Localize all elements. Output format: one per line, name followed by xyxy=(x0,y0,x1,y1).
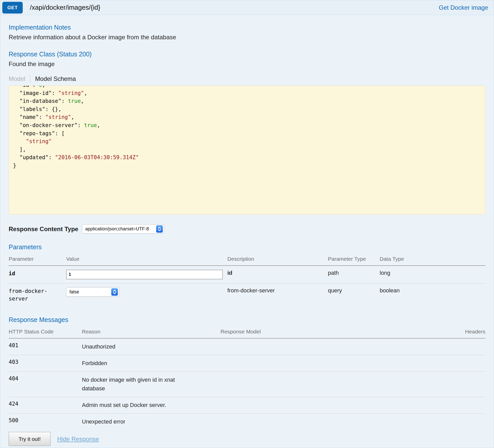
col-headers: Headers xyxy=(447,326,485,338)
response-content-type-value: application/json;charset=UTF-8 xyxy=(85,226,156,232)
schema-code-line: "labels": {}, xyxy=(13,105,481,114)
parameter-description: from-docker-server xyxy=(227,283,328,307)
headers xyxy=(447,338,485,355)
tab-model[interactable]: Model xyxy=(9,75,30,82)
schema-code: "id": 0, "image-id": "string", "in-datab… xyxy=(13,85,481,170)
response-messages-heading: Response Messages xyxy=(9,316,485,323)
reason: Unexpected error xyxy=(82,414,220,430)
implementation-notes-heading: Implementation Notes xyxy=(9,24,485,31)
operation-nickname-link[interactable]: Get Docker image xyxy=(439,4,488,11)
response-rows: 401Unauthorized403Forbidden404No docker … xyxy=(9,338,485,430)
response-message-row: 424Admin must set up Docker server. xyxy=(9,397,485,414)
tab-model-schema[interactable]: Model Schema xyxy=(35,75,76,82)
parameters-header-row: Parameter Value Description Parameter Ty… xyxy=(9,253,485,266)
http-method-badge[interactable]: GET xyxy=(2,2,23,14)
select-stepper-icon xyxy=(111,288,118,296)
status-code: 500 xyxy=(9,414,82,430)
response-content-type-label: Response Content Type xyxy=(9,226,78,233)
col-description: Description xyxy=(227,253,328,266)
schema-code-line: "on-docker-server": true, xyxy=(13,121,481,130)
response-model xyxy=(220,355,447,372)
parameters-table: Parameter Value Description Parameter Ty… xyxy=(9,253,485,306)
parameter-id-input[interactable] xyxy=(66,270,223,279)
schema-code-line: "name": "string", xyxy=(13,113,481,121)
reason: Unauthorized xyxy=(82,338,220,355)
model-schema-snippet[interactable]: "id": 0, "image-id": "string", "in-datab… xyxy=(9,85,485,215)
operation-footer: Try it out! Hide Response xyxy=(9,432,485,446)
response-message-row: 404No docker image with given id in xnat… xyxy=(9,372,485,397)
reason: Forbidden xyxy=(82,355,220,372)
schema-code-line: ], xyxy=(13,146,481,154)
col-parameter: Parameter xyxy=(9,253,66,266)
col-http-status-code: HTTP Status Code xyxy=(9,326,82,338)
schema-code-line: "image-id": "string", xyxy=(13,89,481,97)
parameter-name: id xyxy=(9,266,66,283)
parameter-description: id xyxy=(227,266,328,283)
response-class-text: Found the image xyxy=(9,60,485,68)
parameter-data-type: boolean xyxy=(380,283,485,307)
response-messages-header-row: HTTP Status Code Reason Response Model H… xyxy=(9,326,485,338)
parameter-data-type: long xyxy=(380,266,485,283)
try-it-out-button[interactable]: Try it out! xyxy=(9,432,51,446)
response-message-row: 401Unauthorized xyxy=(9,338,485,355)
status-code: 404 xyxy=(9,372,82,397)
response-model xyxy=(220,397,447,414)
parameter-select-value: false xyxy=(69,289,111,295)
headers xyxy=(447,355,485,372)
col-data-type: Data Type xyxy=(380,253,485,266)
schema-code-line: "id": 0, xyxy=(13,85,481,89)
headers xyxy=(447,414,485,430)
status-code: 424 xyxy=(9,397,82,414)
select-stepper-icon xyxy=(156,225,163,233)
col-reason: Reason xyxy=(82,326,220,338)
schema-code-line: } xyxy=(13,162,481,170)
reason: No docker image with given id in xnat da… xyxy=(82,372,220,397)
headers xyxy=(447,397,485,414)
parameter-row-from-docker-server: from-docker-server false from-docker-ser… xyxy=(9,283,485,307)
operation-panel-get-docker-image: GET /xapi/docker/images/{id} Get Docker … xyxy=(0,0,494,448)
parameter-type: path xyxy=(328,266,380,283)
response-content-type-select[interactable]: application/json;charset=UTF-8 xyxy=(82,224,164,234)
status-code: 403 xyxy=(9,355,82,372)
col-parameter-type: Parameter Type xyxy=(328,253,380,266)
response-model xyxy=(220,372,447,397)
schema-code-line: "in-database": true, xyxy=(13,97,481,105)
hide-response-link[interactable]: Hide Response xyxy=(57,435,99,443)
parameters-heading: Parameters xyxy=(9,243,485,251)
response-message-row: 403Forbidden xyxy=(9,355,485,372)
headers xyxy=(447,372,485,397)
schema-code-line: "repo-tags": [ xyxy=(13,130,481,138)
col-value: Value xyxy=(66,253,227,266)
response-model xyxy=(220,338,447,355)
schema-code-line: "updated": "2016-06-03T04:30:59.314Z" xyxy=(13,154,481,162)
parameter-from-docker-server-select[interactable]: false xyxy=(66,287,119,297)
operation-content: Implementation Notes Retrieve informatio… xyxy=(0,24,494,448)
reason: Admin must set up Docker server. xyxy=(82,397,220,414)
operation-path-link[interactable]: /xapi/docker/images/{id} xyxy=(30,4,439,11)
operation-heading: GET /xapi/docker/images/{id} Get Docker … xyxy=(0,0,494,15)
col-response-model: Response Model xyxy=(220,326,447,338)
parameter-name: from-docker-server xyxy=(9,283,66,307)
status-code: 401 xyxy=(9,338,82,355)
response-messages-table: HTTP Status Code Reason Response Model H… xyxy=(9,326,485,430)
response-model xyxy=(220,414,447,430)
response-class-heading: Response Class (Status 200) xyxy=(9,51,485,58)
parameter-row-id: id id path long xyxy=(9,266,485,283)
schema-code-line: "string" xyxy=(13,138,481,146)
schema-tabs: Model Model Schema xyxy=(9,75,485,82)
parameter-type: query xyxy=(328,283,380,307)
response-message-row: 500Unexpected error xyxy=(9,414,485,430)
implementation-notes-text: Retrieve information about a Docker imag… xyxy=(9,34,485,41)
response-content-type-row: Response Content Type application/json;c… xyxy=(9,224,485,234)
